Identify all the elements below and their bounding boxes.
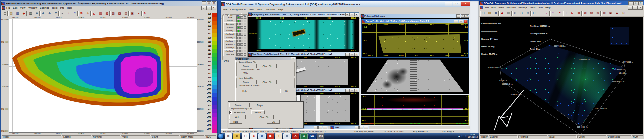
window-control-button[interactable]: □: [207, 1, 211, 5]
point-cloud-viewport[interactable]: Camera Position Info -------------------…: [480, 17, 643, 134]
titlebar[interactable]: SEA Swath Processor. © Systems Engineeri…: [221, 1, 471, 7]
menu-item[interactable]: Edit: [12, 6, 19, 10]
toolbar-button[interactable]: ▣: [129, 11, 135, 16]
menu-item[interactable]: File: [5, 6, 12, 10]
maximize-button[interactable]: [359, 126, 363, 129]
toolbar-button[interactable]: ∕: [544, 11, 550, 16]
create-button[interactable]: Create ...: [229, 103, 250, 107]
toolbar-button[interactable]: ⊡: [531, 11, 537, 16]
menu-item[interactable]: Window: [27, 6, 39, 10]
mdi-control-button[interactable]: _: [628, 6, 633, 10]
child-control-button[interactable]: —: [345, 89, 350, 92]
toolbar-button[interactable]: ⊕: [512, 11, 518, 16]
toolbar-button[interactable]: ?: [72, 11, 78, 16]
toolbar-button[interactable]: ◆: [499, 11, 505, 16]
child-control-button[interactable]: —: [345, 53, 350, 56]
child-control-button[interactable]: □: [350, 53, 354, 56]
taskbar-app-icon[interactable]: SW: [309, 133, 316, 139]
minimized-child-window[interactable]: Text: [330, 126, 369, 129]
menu-item[interactable]: Tools: [256, 8, 264, 11]
child-control-button[interactable]: □: [461, 14, 465, 18]
menu-item[interactable]: Window: [264, 8, 276, 11]
menu-item[interactable]: File: [222, 8, 229, 11]
set-dir-button[interactable]: Set Dir.: [251, 110, 265, 114]
toolbar-button[interactable]: ◣: [91, 11, 97, 16]
taskbar-app-icon[interactable]: grid: [317, 133, 324, 139]
maximize-button[interactable]: [318, 126, 322, 129]
taskbar-app-icon[interactable]: ◉: [250, 133, 257, 139]
toolbar-button[interactable]: N: [621, 11, 626, 16]
mdi-control-button[interactable]: _: [201, 6, 206, 10]
toolbar-button[interactable]: ▲: [136, 11, 142, 16]
toolbar-button[interactable]: ▤: [8, 11, 14, 16]
input-channel-button[interactable]: Input File: [223, 53, 237, 56]
toolbar-button[interactable]: N: [142, 11, 148, 16]
menu-item[interactable]: View: [497, 6, 505, 9]
taskbar-app-icon[interactable]: X: [300, 133, 308, 139]
toolbar-button[interactable]: ⊛: [47, 11, 52, 16]
menu-item[interactable]: Tools: [529, 6, 537, 9]
toolbar-button[interactable]: ◆: [21, 11, 27, 16]
ok-button[interactable]: OK: [267, 120, 280, 124]
toolbar-button[interactable]: ▩: [582, 11, 588, 16]
create-button[interactable]: Create ...: [238, 80, 257, 84]
menu-item[interactable]: File: [483, 6, 490, 9]
props-button[interactable]: Props ...: [251, 103, 271, 107]
toolbar-button[interactable]: ▤: [487, 11, 492, 16]
toolbar-button[interactable]: ▦: [15, 11, 20, 16]
ok-button[interactable]: OK: [280, 89, 293, 93]
close-file-button[interactable]: Close File: [255, 115, 274, 119]
restore-button[interactable]: [314, 126, 318, 129]
taskbar-app-icon[interactable]: ▤: [225, 133, 232, 139]
help-button[interactable]: Help: [229, 120, 242, 124]
child-control-button[interactable]: □: [350, 89, 354, 92]
menu-item[interactable]: Window: [505, 6, 517, 9]
write-button[interactable]: Write: [238, 71, 254, 75]
menu-item[interactable]: View: [247, 8, 255, 11]
taskbar-app-icon[interactable]: ◍: [258, 133, 266, 139]
toolbar-button[interactable]: ▤: [601, 11, 607, 16]
child-control-button[interactable]: —: [456, 14, 460, 18]
menu-item[interactable]: Help: [66, 6, 73, 10]
taskbar-app-icon[interactable]: A: [292, 133, 299, 139]
toolbar-button[interactable]: ∕: [66, 11, 71, 16]
child-control-button[interactable]: ✕: [354, 13, 358, 16]
toolbar-button[interactable]: ⊖: [519, 11, 524, 16]
menu-item[interactable]: Settings: [517, 6, 529, 9]
window-control-button[interactable]: —: [445, 2, 452, 6]
mdi-control-button[interactable]: ✕: [211, 6, 216, 10]
child-titlebar[interactable]: Enhanced Sidescan —□✕: [360, 14, 470, 18]
menu-item[interactable]: Configuration: [229, 8, 247, 11]
toolbar-button[interactable]: ?: [550, 11, 556, 16]
titlebar[interactable]: SEA Grid Processor Gridding and Visualis…: [1, 1, 217, 6]
window-control-button[interactable]: ✕: [212, 1, 216, 5]
child-control-button[interactable]: ✕: [354, 89, 358, 92]
minimize-button[interactable]: —: [454, 20, 458, 23]
restore-button[interactable]: [355, 126, 359, 129]
toolbar-button[interactable]: ⚑: [557, 11, 562, 16]
toolbar-button[interactable]: ⚑: [78, 11, 84, 16]
child-control-button[interactable]: ✕: [354, 53, 358, 56]
taskbar-app-icon[interactable]: ▥: [283, 133, 291, 139]
toolbar-button[interactable]: ▨: [110, 11, 116, 16]
toolbar-button[interactable]: ▢: [480, 11, 486, 16]
window-control-button[interactable]: ✕: [461, 2, 470, 6]
as-raw-file-checkbox[interactable]: ✔: [229, 111, 232, 114]
menu-item[interactable]: Edit: [490, 6, 497, 9]
menu-item[interactable]: Help: [276, 8, 284, 11]
write-button[interactable]: Write: [229, 115, 246, 119]
child-control-button[interactable]: ✕: [465, 14, 469, 18]
help-button[interactable]: Help: [238, 89, 251, 93]
close-button[interactable]: ✕: [464, 20, 468, 23]
child-titlebar[interactable]: Bathymetry. Port-Starboard. Txer: 1, 2, …: [248, 13, 359, 16]
toolbar-button[interactable]: ⊖: [40, 11, 46, 16]
menu-item[interactable]: View: [19, 6, 27, 10]
toolbar-button[interactable]: ▥: [28, 11, 33, 16]
window-control-button[interactable]: _: [202, 1, 206, 5]
titlebar[interactable]: SEA Grid Processor Gridding and Visualis…: [479, 1, 644, 5]
mdi-control-button[interactable]: □: [206, 6, 211, 10]
toolbar-button[interactable]: ▲: [614, 11, 620, 16]
dialog-close-button[interactable]: ✕: [291, 57, 295, 60]
toolbar-button[interactable]: ▦: [98, 11, 103, 16]
window-control-button[interactable]: ✕: [638, 1, 643, 5]
